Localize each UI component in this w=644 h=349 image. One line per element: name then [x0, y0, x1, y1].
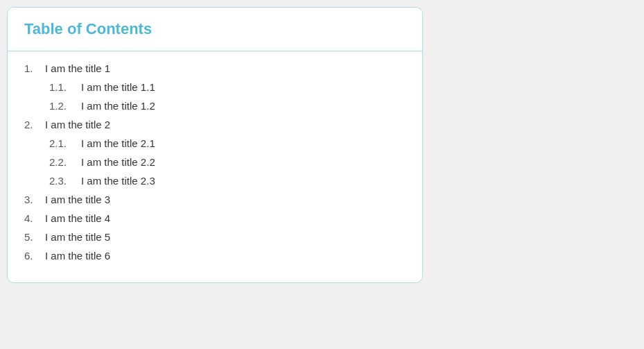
toc-sub-item-label: I am the title 2.3: [81, 175, 155, 187]
toc-container: Table of Contents 1.I am the title 11.1.…: [7, 7, 423, 283]
toc-item-label: I am the title 2: [45, 119, 110, 130]
toc-sub-item-number: 2.1.: [49, 137, 81, 149]
toc-item[interactable]: 3.I am the title 3: [24, 194, 406, 205]
toc-sub-item-number: 2.3.: [49, 175, 81, 187]
toc-sub-item-label: I am the title 2.2: [81, 156, 155, 168]
toc-item-number: 4.: [24, 212, 45, 224]
toc-sub-item-number: 1.1.: [49, 81, 81, 93]
toc-sub-item-label: I am the title 2.1: [81, 137, 155, 149]
toc-item-number: 6.: [24, 250, 45, 262]
toc-sub-item[interactable]: 1.2.I am the title 1.2: [24, 100, 406, 112]
toc-item-number: 1.: [24, 62, 45, 74]
toc-item-number: 2.: [24, 119, 45, 130]
toc-body[interactable]: 1.I am the title 11.1.I am the title 1.1…: [8, 51, 422, 282]
toc-sub-item[interactable]: 2.1.I am the title 2.1: [24, 137, 406, 149]
toc-item-label: I am the title 1: [45, 62, 110, 74]
toc-item[interactable]: 6.I am the title 6: [24, 250, 406, 262]
toc-header: Table of Contents: [8, 8, 422, 51]
toc-sub-item-number: 2.2.: [49, 156, 81, 168]
toc-sub-item[interactable]: 1.1.I am the title 1.1: [24, 81, 406, 93]
toc-sub-item-label: I am the title 1.2: [81, 100, 155, 112]
toc-item[interactable]: 2.I am the title 2: [24, 119, 406, 130]
toc-item-label: I am the title 3: [45, 194, 110, 205]
toc-item-label: I am the title 4: [45, 212, 110, 224]
toc-sub-item-label: I am the title 1.1: [81, 81, 155, 93]
toc-item-label: I am the title 6: [45, 250, 110, 262]
toc-item-label: I am the title 5: [45, 231, 110, 243]
toc-sub-item[interactable]: 2.2.I am the title 2.2: [24, 156, 406, 168]
toc-title: Table of Contents: [24, 20, 152, 37]
toc-item-number: 3.: [24, 194, 45, 205]
toc-sub-item-number: 1.2.: [49, 100, 81, 112]
toc-item[interactable]: 1.I am the title 1: [24, 62, 406, 74]
toc-item[interactable]: 4.I am the title 4: [24, 212, 406, 224]
toc-item[interactable]: 5.I am the title 5: [24, 231, 406, 243]
toc-item-number: 5.: [24, 231, 45, 243]
toc-sub-item[interactable]: 2.3.I am the title 2.3: [24, 175, 406, 187]
toc-list: 1.I am the title 11.1.I am the title 1.1…: [24, 62, 406, 262]
